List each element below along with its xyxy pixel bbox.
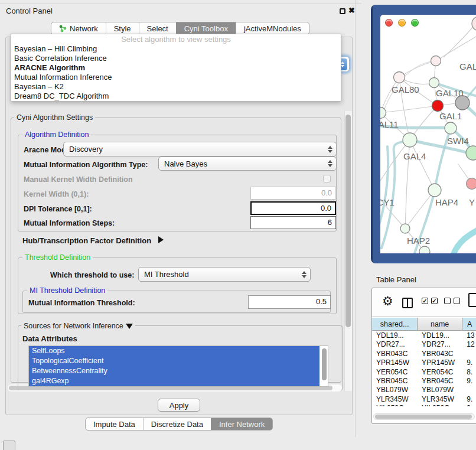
hub-section-label[interactable]: Hub/Transcription Factor Definition	[22, 236, 164, 245]
unchecked-checkbox-icon[interactable]	[444, 298, 451, 304]
column-header[interactable]: name	[418, 318, 462, 331]
table-row[interactable]: YLR345WYLR345W9.	[372, 394, 476, 403]
window-close-button[interactable]	[385, 19, 393, 27]
attribute-item[interactable]: BetweennessCentrality	[29, 366, 319, 376]
settings-vscrollbar-thumb[interactable]	[345, 115, 351, 327]
network-edge[interactable]	[380, 77, 399, 113]
network-node[interactable]	[419, 246, 430, 253]
table-row[interactable]: YBL079WYBL079W	[372, 385, 476, 394]
attributes-vscrollbar-thumb[interactable]	[322, 348, 327, 380]
attribute-item[interactable]: TopologicalCoefficient	[29, 356, 319, 366]
minimized-panel-icon[interactable]	[3, 441, 15, 450]
checked-checkbox-icon[interactable]: ✓	[431, 298, 438, 304]
table-row[interactable]: YER054CYER054C8.	[372, 367, 476, 376]
document-icon[interactable]	[468, 293, 476, 307]
checked-checkbox-icon[interactable]: ✓	[422, 298, 428, 304]
algorithm-option[interactable]: Basic Correlation Inference	[11, 54, 341, 63]
tab-label: Infer Network	[219, 420, 265, 429]
network-node-gal[interactable]	[431, 56, 441, 66]
aracne-mode-select[interactable]: Discovery	[63, 142, 337, 156]
node-label: HAP4	[435, 197, 458, 207]
tab-infer-network[interactable]: Infer Network	[211, 418, 272, 430]
tab-impute-data[interactable]: Impute Data	[86, 418, 143, 430]
combo-stepper-icon	[324, 160, 336, 167]
mi-steps-field[interactable]: 6	[250, 216, 336, 229]
table-row[interactable]: YBR045CYBR045C9.	[372, 376, 476, 385]
network-canvas-window[interactable]: GALGAL80GAL10GAL1GAL11SWI4GAL4GCY1HAP4YH…	[380, 15, 476, 253]
tab-label: jActiveMNodules	[244, 24, 301, 33]
network-edge[interactable]	[444, 24, 476, 57]
network-edge[interactable]	[399, 61, 436, 77]
float-panel-icon[interactable]	[340, 8, 345, 14]
column-header[interactable]: shared...	[372, 318, 418, 331]
expand-arrow-icon[interactable]	[158, 236, 164, 243]
table-row[interactable]: YBR043CYBR043C	[372, 349, 476, 358]
data-attributes-list[interactable]: SelfLoopsTopologicalCoefficientBetweenne…	[28, 345, 328, 387]
table-row[interactable]: YPR145WYPR145W9.	[372, 358, 476, 367]
tab-label: Style	[114, 24, 131, 33]
network-node-y[interactable]	[467, 178, 476, 190]
algorithm-option[interactable]: Bayesian – K2	[11, 82, 341, 92]
attribute-item[interactable]: gal4RGexp	[29, 376, 319, 386]
sources-group-title[interactable]: Sources for Network Inference	[21, 322, 135, 330]
network-node-gal10[interactable]	[429, 78, 439, 88]
network-node-gal4[interactable]	[403, 133, 417, 147]
app-screen: Control Panel ✖ NetworkStyleSelectCyni T…	[0, 0, 476, 450]
table-cell: YIL052C	[372, 403, 418, 406]
mi-threshold-field[interactable]: 0.5	[248, 295, 331, 309]
window-minimize-button[interactable]	[398, 19, 406, 27]
network-graph[interactable]: GALGAL80GAL10GAL1GAL11SWI4GAL4GCY1HAP4YH…	[380, 15, 476, 253]
manual-kernel-checkbox[interactable]	[323, 175, 331, 182]
network-edge[interactable]	[454, 229, 476, 253]
network-node[interactable]	[466, 146, 476, 160]
table-row[interactable]: YDR27...YDR27...12	[372, 340, 476, 348]
close-panel-icon[interactable]: ✖	[348, 6, 355, 15]
table-cell: YBL079W	[372, 385, 418, 394]
split-columns-icon[interactable]	[402, 298, 413, 308]
algorithm-option[interactable]: Mutual Information Inference	[11, 73, 341, 82]
algorithm-option[interactable]: ARACNE Algorithm	[11, 63, 341, 73]
dpi-tolerance-field[interactable]: 0.0	[250, 201, 336, 215]
table-cell: YPR145W	[418, 358, 462, 367]
algorithm-option[interactable]: Bayesian – Hill Climbing	[11, 44, 341, 54]
table-hscrollbar-track[interactable]	[373, 413, 475, 420]
network-edge[interactable]	[436, 37, 476, 61]
network-node[interactable]	[472, 17, 476, 31]
node-label: GCY1	[380, 197, 395, 207]
gear-icon[interactable]: ⚙	[382, 294, 393, 308]
network-node-gal11[interactable]	[380, 107, 386, 119]
unchecked-checkbox-icon[interactable]	[454, 298, 460, 304]
network-edge[interactable]	[380, 106, 438, 113]
network-edge[interactable]	[410, 140, 435, 190]
kernel-width-field[interactable]: 0.0	[250, 187, 336, 200]
tab-select[interactable]: Select	[139, 22, 176, 34]
network-node-swi4[interactable]	[445, 122, 457, 134]
hub-section-text: Hub/Transcription Factor Definition	[22, 236, 151, 245]
window-zoom-button[interactable]	[411, 19, 419, 27]
tab-discretize-data[interactable]: Discretize Data	[143, 418, 211, 430]
network-edge[interactable]	[380, 146, 388, 239]
mi-type-select[interactable]: Naive Bayes	[158, 156, 337, 171]
tab-cyni-toolbox[interactable]: Cyni Toolbox	[176, 22, 236, 34]
network-window-frame[interactable]: GALGAL80GAL10GAL1GAL11SWI4GAL4GCY1HAP4YH…	[371, 5, 476, 263]
tab-style[interactable]: Style	[106, 22, 139, 34]
attribute-item[interactable]: SelfLoops	[29, 346, 319, 356]
network-node-gal1[interactable]	[432, 100, 444, 112]
mi-threshold-group-title: MI Threshold Definition	[27, 286, 107, 295]
which-threshold-select[interactable]: MI Threshold	[138, 267, 311, 282]
algorithm-option[interactable]: Dream8 DC_TDC Algorithm	[11, 92, 341, 101]
network-node-hap4[interactable]	[428, 184, 441, 197]
table-row[interactable]: YIL052CYIL052C9	[372, 403, 476, 406]
tab-jactivemnodules[interactable]: jActiveMNodules	[236, 22, 309, 34]
node-label: HAP2	[407, 236, 430, 246]
column-header[interactable]: A	[462, 318, 476, 331]
apply-button[interactable]: Apply	[158, 399, 200, 412]
network-node-hap2[interactable]	[400, 224, 410, 233]
table-hscrollbar-thumb[interactable]	[375, 415, 472, 419]
network-node-gal80[interactable]	[394, 72, 405, 83]
collapse-arrow-icon[interactable]	[126, 324, 133, 329]
table-row[interactable]: YDL19...YDL19...13	[372, 331, 476, 340]
tab-label: Cyni Toolbox	[184, 24, 228, 33]
tab-network[interactable]: Network	[51, 22, 106, 34]
table-cell: 9.	[462, 394, 476, 403]
